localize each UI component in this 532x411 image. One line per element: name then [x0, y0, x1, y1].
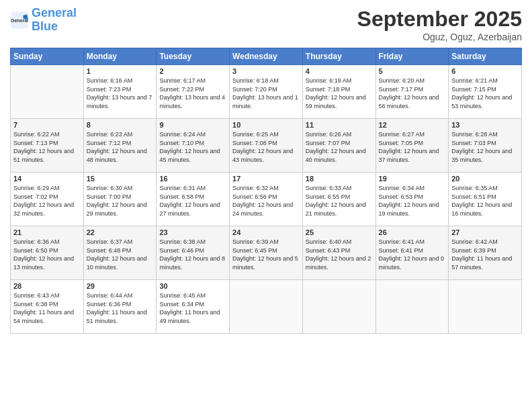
- day-cell: 2Sunrise: 6:17 AMSunset: 7:22 PMDaylight…: [157, 65, 230, 119]
- logo-icon: General: [10, 11, 29, 30]
- week-row-2: 7Sunrise: 6:22 AMSunset: 7:13 PMDaylight…: [11, 119, 522, 173]
- day-number: 24: [232, 228, 300, 236]
- day-number: 13: [451, 121, 519, 129]
- day-cell: 3Sunrise: 6:18 AMSunset: 7:20 PMDaylight…: [230, 65, 303, 119]
- day-number: 19: [379, 175, 446, 183]
- day-info: Sunrise: 6:26 AMSunset: 7:07 PMDaylight:…: [306, 130, 373, 164]
- day-cell: 15Sunrise: 6:30 AMSunset: 7:00 PMDayligh…: [83, 173, 157, 226]
- day-number: 17: [232, 175, 300, 183]
- day-info: Sunrise: 6:33 AMSunset: 6:55 PMDaylight:…: [306, 184, 373, 218]
- day-number: 12: [379, 121, 446, 129]
- day-number: 28: [13, 282, 81, 290]
- calendar-table: SundayMondayTuesdayWednesdayThursdayFrid…: [10, 48, 522, 334]
- day-number: 1: [87, 67, 154, 75]
- week-row-3: 14Sunrise: 6:29 AMSunset: 7:02 PMDayligh…: [11, 173, 522, 226]
- day-info: Sunrise: 6:32 AMSunset: 6:56 PMDaylight:…: [232, 184, 300, 218]
- day-cell: 22Sunrise: 6:37 AMSunset: 6:48 PMDayligh…: [83, 226, 157, 280]
- day-info: Sunrise: 6:25 AMSunset: 7:08 PMDaylight:…: [232, 130, 300, 164]
- day-cell: 23Sunrise: 6:38 AMSunset: 6:46 PMDayligh…: [157, 226, 230, 280]
- day-number: 20: [451, 175, 519, 183]
- week-row-5: 28Sunrise: 6:43 AMSunset: 6:38 PMDayligh…: [11, 280, 522, 334]
- day-info: Sunrise: 6:45 AMSunset: 6:34 PMDaylight:…: [159, 291, 226, 325]
- day-number: 2: [159, 67, 226, 75]
- location-subtitle: Oguz, Oguz, Azerbaijan: [357, 32, 522, 42]
- day-number: 9: [159, 121, 226, 129]
- day-number: 3: [232, 67, 300, 75]
- day-info: Sunrise: 6:23 AMSunset: 7:12 PMDaylight:…: [87, 130, 154, 164]
- day-cell: 6Sunrise: 6:21 AMSunset: 7:15 PMDaylight…: [449, 65, 522, 119]
- day-cell: [11, 65, 84, 119]
- day-cell: 10Sunrise: 6:25 AMSunset: 7:08 PMDayligh…: [230, 119, 303, 173]
- col-header-monday: Monday: [83, 48, 157, 65]
- day-cell: [230, 280, 303, 334]
- day-cell: 13Sunrise: 6:28 AMSunset: 7:03 PMDayligh…: [449, 119, 522, 173]
- day-cell: 7Sunrise: 6:22 AMSunset: 7:13 PMDaylight…: [11, 119, 84, 173]
- day-number: 10: [232, 121, 300, 129]
- day-info: Sunrise: 6:21 AMSunset: 7:15 PMDaylight:…: [451, 77, 519, 110]
- day-number: 4: [306, 67, 373, 75]
- day-cell: 26Sunrise: 6:41 AMSunset: 6:41 PMDayligh…: [375, 226, 449, 280]
- day-info: Sunrise: 6:44 AMSunset: 6:36 PMDaylight:…: [87, 291, 154, 325]
- day-cell: 19Sunrise: 6:34 AMSunset: 6:53 PMDayligh…: [375, 173, 449, 226]
- day-info: Sunrise: 6:27 AMSunset: 7:05 PMDaylight:…: [379, 130, 446, 164]
- day-number: 8: [87, 121, 154, 129]
- header: General General Blue September 2025 Oguz…: [10, 7, 522, 42]
- day-info: Sunrise: 6:42 AMSunset: 6:39 PMDaylight:…: [451, 238, 519, 271]
- day-number: 21: [13, 228, 81, 236]
- day-number: 30: [159, 282, 226, 290]
- day-info: Sunrise: 6:36 AMSunset: 6:50 PMDaylight:…: [13, 238, 81, 271]
- col-header-saturday: Saturday: [449, 48, 522, 65]
- day-number: 15: [87, 175, 154, 183]
- day-info: Sunrise: 6:28 AMSunset: 7:03 PMDaylight:…: [451, 130, 519, 164]
- day-cell: 20Sunrise: 6:35 AMSunset: 6:51 PMDayligh…: [449, 173, 522, 226]
- day-info: Sunrise: 6:24 AMSunset: 7:10 PMDaylight:…: [159, 130, 226, 164]
- day-cell: 28Sunrise: 6:43 AMSunset: 6:38 PMDayligh…: [11, 280, 84, 334]
- day-info: Sunrise: 6:38 AMSunset: 6:46 PMDaylight:…: [159, 238, 226, 271]
- day-number: 6: [451, 67, 519, 75]
- day-cell: 21Sunrise: 6:36 AMSunset: 6:50 PMDayligh…: [11, 226, 84, 280]
- day-number: 16: [159, 175, 226, 183]
- title-block: September 2025 Oguz, Oguz, Azerbaijan: [357, 7, 522, 42]
- day-cell: 30Sunrise: 6:45 AMSunset: 6:34 PMDayligh…: [157, 280, 230, 334]
- day-cell: 29Sunrise: 6:44 AMSunset: 6:36 PMDayligh…: [83, 280, 157, 334]
- col-header-friday: Friday: [375, 48, 449, 65]
- logo-blue: Blue: [32, 20, 77, 34]
- day-number: 26: [379, 228, 446, 236]
- day-info: Sunrise: 6:39 AMSunset: 6:45 PMDaylight:…: [232, 238, 300, 271]
- day-cell: 27Sunrise: 6:42 AMSunset: 6:39 PMDayligh…: [449, 226, 522, 280]
- day-info: Sunrise: 6:41 AMSunset: 6:41 PMDaylight:…: [379, 238, 446, 271]
- day-number: 5: [379, 67, 446, 75]
- day-cell: 9Sunrise: 6:24 AMSunset: 7:10 PMDaylight…: [157, 119, 230, 173]
- day-info: Sunrise: 6:20 AMSunset: 7:17 PMDaylight:…: [379, 77, 446, 110]
- day-number: 23: [159, 228, 226, 236]
- day-cell: 16Sunrise: 6:31 AMSunset: 6:58 PMDayligh…: [157, 173, 230, 226]
- col-header-thursday: Thursday: [302, 48, 375, 65]
- day-cell: 12Sunrise: 6:27 AMSunset: 7:05 PMDayligh…: [375, 119, 449, 173]
- logo: General General Blue: [10, 7, 77, 34]
- day-cell: 4Sunrise: 6:19 AMSunset: 7:18 PMDaylight…: [302, 65, 375, 119]
- week-row-1: 1Sunrise: 6:16 AMSunset: 7:23 PMDaylight…: [11, 65, 522, 119]
- day-info: Sunrise: 6:16 AMSunset: 7:23 PMDaylight:…: [87, 77, 154, 110]
- day-info: Sunrise: 6:40 AMSunset: 6:43 PMDaylight:…: [306, 238, 373, 271]
- day-info: Sunrise: 6:34 AMSunset: 6:53 PMDaylight:…: [379, 184, 446, 218]
- day-info: Sunrise: 6:17 AMSunset: 7:22 PMDaylight:…: [159, 77, 226, 110]
- day-cell: 14Sunrise: 6:29 AMSunset: 7:02 PMDayligh…: [11, 173, 84, 226]
- day-cell: 24Sunrise: 6:39 AMSunset: 6:45 PMDayligh…: [230, 226, 303, 280]
- day-info: Sunrise: 6:43 AMSunset: 6:38 PMDaylight:…: [13, 291, 81, 325]
- day-cell: [449, 280, 522, 334]
- day-number: 27: [451, 228, 519, 236]
- day-number: 11: [306, 121, 373, 129]
- week-row-4: 21Sunrise: 6:36 AMSunset: 6:50 PMDayligh…: [11, 226, 522, 280]
- day-cell: 5Sunrise: 6:20 AMSunset: 7:17 PMDaylight…: [375, 65, 449, 119]
- day-number: 29: [87, 282, 154, 290]
- day-info: Sunrise: 6:22 AMSunset: 7:13 PMDaylight:…: [13, 130, 81, 164]
- day-number: 14: [13, 175, 81, 183]
- logo-text: General Blue: [32, 7, 77, 34]
- day-number: 18: [306, 175, 373, 183]
- day-cell: 25Sunrise: 6:40 AMSunset: 6:43 PMDayligh…: [302, 226, 375, 280]
- logo-general: General: [32, 6, 77, 19]
- day-info: Sunrise: 6:29 AMSunset: 7:02 PMDaylight:…: [13, 184, 81, 218]
- day-cell: 8Sunrise: 6:23 AMSunset: 7:12 PMDaylight…: [83, 119, 157, 173]
- day-info: Sunrise: 6:31 AMSunset: 6:58 PMDaylight:…: [159, 184, 226, 218]
- day-number: 22: [87, 228, 154, 236]
